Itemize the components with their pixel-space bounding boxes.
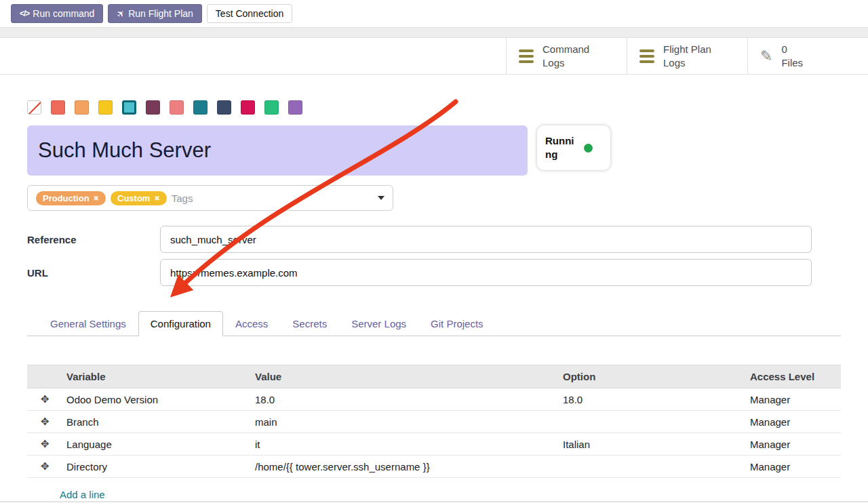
tab-bar: General SettingsConfigurationAccessSecre… [27, 310, 841, 336]
run-command-button[interactable]: </> Run command [11, 4, 103, 23]
command-logs-line2: Logs [542, 57, 565, 68]
color-swatch-1[interactable] [51, 100, 65, 115]
status-card: Running [537, 125, 610, 170]
stat-button-files[interactable]: ✎ 0 Files [747, 38, 868, 74]
form-view: Such Much Server Running Production✖Cust… [0, 100, 868, 503]
drag-handle-icon[interactable]: ✥ [41, 393, 50, 405]
handle-cell: ✥ [27, 411, 60, 433]
tags-dropdown-caret-icon[interactable] [378, 196, 384, 200]
cell-variable[interactable]: Language [60, 433, 248, 456]
tab-secrets[interactable]: Secrets [280, 311, 339, 336]
color-swatch-8[interactable] [217, 100, 231, 115]
color-swatch-5[interactable] [146, 100, 160, 115]
files-count: 0 [781, 43, 787, 55]
handle-column-header [27, 365, 60, 388]
color-swatch-4[interactable] [122, 100, 136, 115]
control-panel: Command Logs Flight Plan Logs ✎ 0 Files [0, 38, 868, 75]
column-header-value: Value [248, 365, 556, 388]
cell-access-level[interactable]: Manager [743, 456, 841, 478]
remove-tag-icon[interactable]: ✖ [154, 195, 159, 202]
drag-handle-icon[interactable]: ✥ [41, 416, 50, 427]
url-input[interactable] [160, 259, 812, 286]
table-header-row: Variable Value Option Access Level [27, 365, 841, 388]
flight-plan-logs-line1: Flight Plan [663, 43, 711, 55]
list-bars-icon [639, 49, 654, 63]
status-label: Running [545, 134, 578, 162]
add-a-line-link[interactable]: Add a line [60, 485, 105, 503]
color-swatch-10[interactable] [264, 100, 279, 115]
color-swatch-9[interactable] [241, 100, 255, 115]
table-row: ✥BranchmainManager [27, 411, 841, 433]
stat-button-flight-plan-logs[interactable]: Flight Plan Logs [627, 38, 747, 74]
test-connection-button[interactable]: Test Connection [207, 4, 292, 23]
cell-option[interactable]: 18.0 [556, 388, 743, 411]
cell-value[interactable]: main [248, 411, 556, 433]
handle-cell: ✥ [27, 388, 60, 411]
column-header-variable: Variable [60, 365, 248, 388]
color-palette [27, 100, 841, 115]
url-label: URL [27, 267, 160, 279]
stat-button-command-logs[interactable]: Command Logs [506, 38, 627, 74]
page-divider [0, 27, 868, 38]
command-logs-line1: Command [542, 43, 589, 55]
top-toolbar: </> Run command ✈ Run Flight Plan Test C… [0, 0, 868, 27]
cell-value[interactable]: /home/{{ tower.server.ssh_username }} [248, 456, 556, 478]
color-swatch-11[interactable] [288, 100, 302, 115]
tab-git-projects[interactable]: Git Projects [418, 311, 496, 336]
tab-server-logs[interactable]: Server Logs [339, 311, 418, 336]
color-swatch-3[interactable] [98, 100, 113, 115]
color-swatch-2[interactable] [75, 100, 89, 115]
cell-variable[interactable]: Odoo Demo Version [60, 388, 248, 411]
color-swatch-0[interactable] [27, 100, 41, 115]
cell-access-level[interactable]: Manager [743, 411, 841, 433]
reference-label: Reference [27, 234, 160, 245]
flight-plan-logs-line2: Logs [663, 57, 686, 68]
config-table-body: ✥Odoo Demo Version18.018.0Manager✥Branch… [27, 388, 841, 478]
config-table: Variable Value Option Access Level ✥Odoo… [27, 365, 841, 478]
cell-variable[interactable]: Directory [60, 456, 248, 478]
tab-configuration[interactable]: Configuration [138, 311, 223, 336]
run-flight-plan-label: Run Flight Plan [128, 8, 193, 19]
color-swatch-6[interactable] [170, 100, 184, 115]
cell-option[interactable]: Italian [556, 433, 743, 456]
color-swatch-7[interactable] [193, 100, 208, 115]
tags-placeholder: Tags [172, 193, 193, 204]
run-flight-plan-button[interactable]: ✈ Run Flight Plan [108, 4, 201, 23]
list-bars-icon [519, 49, 534, 63]
cell-value[interactable]: it [248, 433, 556, 456]
run-command-label: Run command [33, 8, 94, 19]
cell-access-level[interactable]: Manager [743, 388, 841, 411]
tags-field[interactable]: Production✖Custom✖ Tags [27, 185, 393, 211]
drag-handle-icon[interactable]: ✥ [41, 438, 50, 449]
code-icon: </> [20, 9, 29, 18]
cell-value[interactable]: 18.0 [248, 388, 556, 411]
tab-general-settings[interactable]: General Settings [38, 311, 138, 336]
status-dot [584, 144, 593, 153]
tag-label: Custom [117, 193, 150, 203]
drag-handle-icon[interactable]: ✥ [41, 460, 50, 472]
reference-input[interactable] [160, 226, 812, 253]
pencil-icon: ✎ [760, 47, 772, 65]
remove-tag-icon[interactable]: ✖ [94, 195, 99, 202]
tag-pill[interactable]: Custom✖ [111, 191, 167, 205]
table-row: ✥Odoo Demo Version18.018.0Manager [27, 388, 841, 411]
handle-cell: ✥ [27, 433, 60, 456]
tag-label: Production [43, 193, 90, 203]
cell-option[interactable] [556, 411, 743, 433]
cell-variable[interactable]: Branch [60, 411, 248, 433]
configuration-table-wrap: Variable Value Option Access Level ✥Odoo… [27, 365, 841, 503]
server-name-text: Such Much Server [38, 138, 211, 163]
cell-access-level[interactable]: Manager [743, 433, 841, 456]
handle-cell: ✥ [27, 456, 60, 478]
column-header-access-level: Access Level [743, 365, 841, 388]
table-row: ✥LanguageitItalianManager [27, 433, 841, 456]
files-label: Files [781, 57, 803, 68]
server-name-field[interactable]: Such Much Server [27, 125, 528, 176]
tag-pill[interactable]: Production✖ [36, 191, 106, 205]
column-header-option: Option [556, 365, 743, 388]
table-row: ✥Directory/home/{{ tower.server.ssh_user… [27, 456, 841, 478]
tab-access[interactable]: Access [223, 311, 280, 336]
test-connection-label: Test Connection [216, 8, 283, 19]
cell-option[interactable] [556, 456, 743, 478]
tags-list: Production✖Custom✖ [36, 191, 167, 205]
